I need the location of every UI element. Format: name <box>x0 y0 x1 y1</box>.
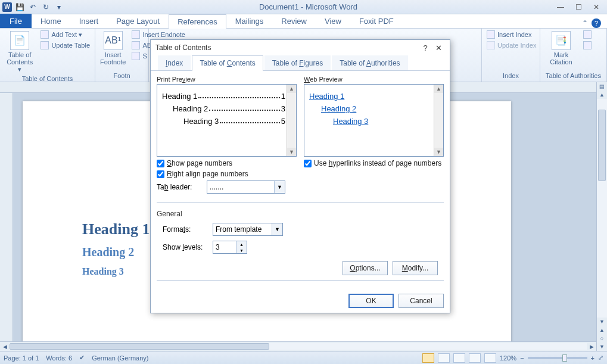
group-label-index: Index <box>485 71 536 80</box>
use-hyperlinks-checkbox[interactable] <box>304 160 312 167</box>
next-footnote-icon <box>132 41 140 49</box>
tab-mailings[interactable]: Mailings <box>226 14 273 28</box>
dialog-tab-toa[interactable]: Table of Authorities <box>332 55 407 70</box>
zoom-fit-icon[interactable]: ⤢ <box>598 354 603 362</box>
tab-page-layout[interactable]: Page Layout <box>107 14 169 28</box>
tab-review[interactable]: Review <box>272 14 316 28</box>
add-text-button[interactable]: Add Text ▾ <box>39 30 91 39</box>
view-draft-button[interactable] <box>484 353 496 363</box>
scroll-up-icon[interactable]: ▲ <box>597 91 607 99</box>
zoom-slider-thumb[interactable] <box>562 354 567 362</box>
dialog-tab-tof[interactable]: Table of Figures <box>264 55 331 70</box>
formats-combo[interactable]: From template ▼ <box>213 223 283 236</box>
toc-button-label: Table of Contents ▾ <box>5 51 35 73</box>
insert-index-icon <box>487 30 495 39</box>
tab-foxit-pdf[interactable]: Foxit PDF <box>350 14 403 28</box>
print-preview-scrollbar[interactable]: ▲▼ <box>287 85 296 156</box>
dialog-tab-index[interactable]: Index <box>158 55 191 70</box>
footnote-icon: AB¹ <box>104 31 123 50</box>
update-index-icon <box>487 41 495 49</box>
update-table-button[interactable]: Update Table <box>39 41 91 50</box>
modify-button[interactable]: Modify... <box>393 261 438 275</box>
word-app-icon: W <box>2 2 12 12</box>
zoom-slider[interactable] <box>528 357 587 359</box>
tab-file[interactable]: File <box>0 14 32 28</box>
toc-icon: 📄 <box>10 31 29 50</box>
tab-home[interactable]: Home <box>32 14 70 28</box>
view-print-layout-button[interactable] <box>422 353 434 363</box>
redo-icon[interactable]: ↻ <box>41 2 51 13</box>
status-zoom-label[interactable]: 120% <box>500 354 516 362</box>
update-table-icon <box>41 41 49 49</box>
web-preview-scrollbar[interactable]: ▲▼ <box>434 85 443 156</box>
web-preview-label: Web Preview <box>304 76 444 83</box>
spinner-up-icon[interactable]: ▲ <box>236 241 247 247</box>
update-toa-icon-button[interactable] <box>582 41 593 50</box>
options-button[interactable]: Options... <box>343 261 388 275</box>
table-of-contents-button[interactable]: 📄 Table of Contents ▾ <box>4 30 36 74</box>
vertical-scrollbar[interactable] <box>597 99 607 318</box>
scroll-down-icon[interactable]: ▼ <box>597 318 607 326</box>
vertical-scroll-thumb[interactable] <box>598 110 606 181</box>
mark-citation-button[interactable]: 📑 Mark Citation <box>544 30 578 67</box>
web-preview-link-3: Heading 3 <box>333 117 432 126</box>
vertical-ruler[interactable] <box>0 93 13 351</box>
view-outline-button[interactable] <box>469 353 481 363</box>
next-page-icon[interactable]: ▼ <box>597 343 607 351</box>
hscroll-right-icon[interactable]: ▶ <box>587 342 596 351</box>
dialog-title-bar[interactable]: Table of Contents ? ✕ <box>151 40 450 55</box>
minimize-button[interactable]: — <box>552 2 569 13</box>
dialog-help-button[interactable]: ? <box>419 42 432 53</box>
horizontal-scrollbar[interactable] <box>10 343 587 350</box>
horizontal-scroll-thumb[interactable] <box>10 343 269 350</box>
ruler-toggle-icon[interactable]: ▤ <box>597 82 607 91</box>
title-bar: W 💾 ↶ ↻ ▾ Document1 - Microsoft Word — ☐… <box>0 0 607 14</box>
status-bar: Page: 1 of 1 Words: 6 ✔ German (Germany)… <box>0 351 607 364</box>
update-toa-icon <box>583 41 592 49</box>
tab-view[interactable]: View <box>316 14 350 28</box>
save-icon[interactable]: 💾 <box>14 2 25 13</box>
cancel-button[interactable]: Cancel <box>399 294 444 308</box>
status-page[interactable]: Page: 1 of 1 <box>4 354 39 362</box>
web-preview-link-1: Heading 1 <box>309 92 432 101</box>
view-web-layout-button[interactable] <box>453 353 465 363</box>
qat-more-icon[interactable]: ▾ <box>54 2 64 13</box>
chevron-down-icon: ▼ <box>274 181 285 193</box>
web-preview-link-2: Heading 2 <box>321 104 432 113</box>
spinner-down-icon[interactable]: ▼ <box>236 247 247 253</box>
hscroll-left-icon[interactable]: ◀ <box>0 342 10 351</box>
show-levels-spinner[interactable]: ▲▼ <box>213 241 247 254</box>
ok-button[interactable]: OK <box>348 294 394 308</box>
minimize-ribbon-icon[interactable]: ⌃ <box>582 19 588 27</box>
tab-references[interactable]: References <box>169 14 226 29</box>
update-index-button[interactable]: Update Index <box>485 41 537 50</box>
right-align-checkbox[interactable] <box>157 170 164 178</box>
window-controls: — ☐ ✕ <box>552 2 607 13</box>
status-words[interactable]: Words: 6 <box>46 354 72 362</box>
maximize-button[interactable]: ☐ <box>570 2 587 13</box>
status-language[interactable]: German (Germany) <box>92 354 148 362</box>
show-page-numbers-checkbox[interactable] <box>157 160 164 167</box>
insert-index-button[interactable]: Insert Index <box>485 30 537 39</box>
zoom-in-button[interactable]: + <box>591 354 594 362</box>
general-section-label: General <box>157 210 444 218</box>
undo-icon[interactable]: ↶ <box>27 2 38 13</box>
insert-footnote-label: Insert Footnote <box>100 51 126 66</box>
zoom-out-button[interactable]: − <box>520 354 524 362</box>
dialog-tab-toc[interactable]: Table of Contents <box>192 55 263 71</box>
web-preview-box: Heading 1 Heading 2 Heading 3 ▲▼ <box>304 84 444 157</box>
help-icon[interactable]: ? <box>592 18 601 28</box>
tab-insert[interactable]: Insert <box>70 14 108 28</box>
proofing-icon[interactable]: ✔ <box>79 354 85 362</box>
view-full-screen-button[interactable] <box>438 353 450 363</box>
dialog-close-button[interactable]: ✕ <box>432 42 445 53</box>
show-levels-input[interactable] <box>213 241 236 253</box>
close-button[interactable]: ✕ <box>588 2 605 13</box>
tab-leader-combo[interactable]: ....... ▼ <box>207 181 285 194</box>
insert-toa-icon-button[interactable] <box>582 30 593 39</box>
dialog-title: Table of Contents <box>155 43 211 52</box>
browse-object-icon[interactable]: ○ <box>597 334 607 343</box>
prev-page-icon[interactable]: ▲ <box>597 326 607 334</box>
right-scroll-column: ▤ ▲ ▼ ▲ ○ ▼ <box>596 82 607 351</box>
insert-footnote-button[interactable]: AB¹ Insert Footnote <box>99 30 127 67</box>
